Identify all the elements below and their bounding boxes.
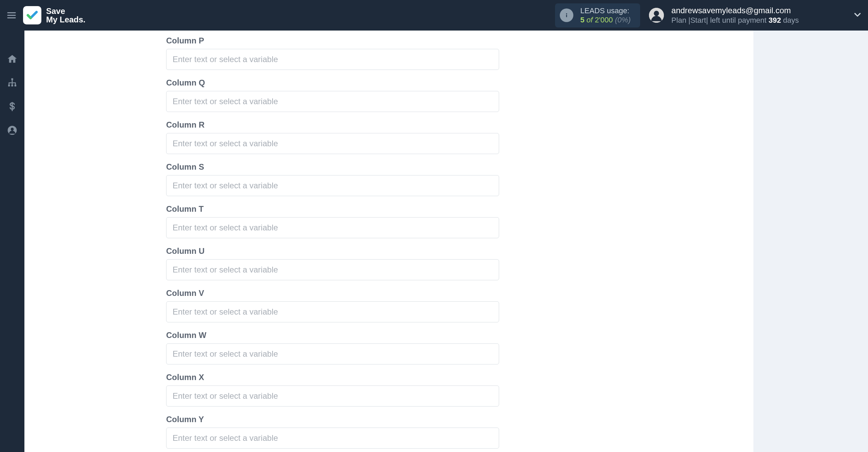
plan-days-value: 392 [769, 16, 781, 24]
column-field-label: Column T [166, 204, 753, 214]
column-field-row: Column Q [166, 78, 753, 112]
logo-mark [23, 6, 41, 24]
hamburger-icon [6, 10, 17, 20]
column-field-row: Column S [166, 162, 753, 196]
usage-used: 5 [580, 16, 584, 24]
brand-line1: Save [46, 7, 85, 15]
column-field-input[interactable] [166, 91, 499, 112]
column-field-row: Column X [166, 373, 753, 407]
sitemap-icon [7, 77, 18, 88]
usage-label: LEADS usage: [580, 6, 631, 16]
usage-of: of [587, 16, 593, 24]
column-field-row: Column V [166, 288, 753, 322]
column-field-input[interactable] [166, 428, 499, 449]
account-menu[interactable]: andrewsavemyleads@gmail.com Plan |Start|… [649, 5, 799, 25]
account-toggle[interactable] [853, 10, 862, 20]
svg-point-13 [11, 128, 14, 131]
column-field-row: Column W [166, 331, 753, 364]
account-plan-line: Plan |Start| left until payment 392 days [671, 16, 799, 25]
sidebar [0, 31, 24, 452]
home-icon [7, 54, 18, 64]
usage-text: LEADS usage: 5 of 2'000 (0%) [580, 6, 631, 25]
column-field-label: Column P [166, 36, 753, 45]
column-field-label: Column U [166, 246, 753, 256]
usage-total: 2'000 [595, 16, 613, 24]
column-field-input[interactable] [166, 385, 499, 407]
column-field-row: Column Y [166, 415, 753, 449]
usage-panel[interactable]: LEADS usage: 5 of 2'000 (0%) [555, 3, 640, 27]
column-field-input[interactable] [166, 343, 499, 364]
main-area: Column PColumn QColumn RColumn SColumn T… [24, 31, 868, 452]
column-field-label: Column X [166, 373, 753, 382]
column-field-row: Column P [166, 36, 753, 70]
nav-account[interactable] [4, 122, 20, 138]
column-form: Column PColumn QColumn RColumn SColumn T… [24, 36, 753, 449]
column-field-label: Column V [166, 288, 753, 298]
svg-point-7 [654, 11, 659, 16]
column-field-input[interactable] [166, 259, 499, 280]
column-field-label: Column Y [166, 415, 753, 424]
brand-text: Save My Leads. [46, 7, 85, 24]
column-field-row: Column T [166, 204, 753, 238]
account-text: andrewsavemyleads@gmail.com Plan |Start|… [671, 5, 799, 25]
svg-rect-11 [15, 84, 16, 86]
column-field-input[interactable] [166, 301, 499, 322]
column-field-input[interactable] [166, 133, 499, 154]
info-icon [560, 8, 573, 22]
column-field-label: Column S [166, 162, 753, 172]
plan-days-suffix: days [783, 16, 799, 24]
usage-pct: (0%) [615, 16, 631, 24]
content-card: Column PColumn QColumn RColumn SColumn T… [24, 31, 753, 452]
svg-rect-5 [566, 15, 567, 17]
nav-connections[interactable] [4, 75, 20, 91]
chevron-down-icon [853, 10, 862, 19]
column-field-input[interactable] [166, 49, 499, 70]
column-field-input[interactable] [166, 175, 499, 196]
plan-prefix: Plan |Start| left until payment [671, 16, 766, 24]
column-field-row: Column R [166, 120, 753, 154]
user-circle-icon [7, 125, 18, 136]
column-field-label: Column W [166, 331, 753, 340]
brand-logo[interactable]: Save My Leads. [23, 6, 85, 24]
svg-rect-9 [8, 84, 10, 86]
svg-rect-8 [11, 78, 13, 80]
svg-point-4 [566, 13, 567, 14]
column-field-row: Column U [166, 246, 753, 280]
dollar-icon [7, 101, 18, 112]
hamburger-button[interactable] [3, 7, 20, 23]
brand-line2: My Leads. [46, 15, 85, 24]
column-field-input[interactable] [166, 217, 499, 238]
column-field-label: Column R [166, 120, 753, 130]
column-field-label: Column Q [166, 78, 753, 88]
check-icon [26, 9, 39, 22]
top-header: Save My Leads. LEADS usage: 5 of 2'000 (… [0, 0, 868, 31]
nav-billing[interactable] [4, 98, 20, 115]
avatar-icon [649, 8, 664, 23]
account-email: andrewsavemyleads@gmail.com [671, 5, 799, 16]
svg-rect-10 [11, 84, 13, 86]
nav-home[interactable] [4, 51, 20, 67]
